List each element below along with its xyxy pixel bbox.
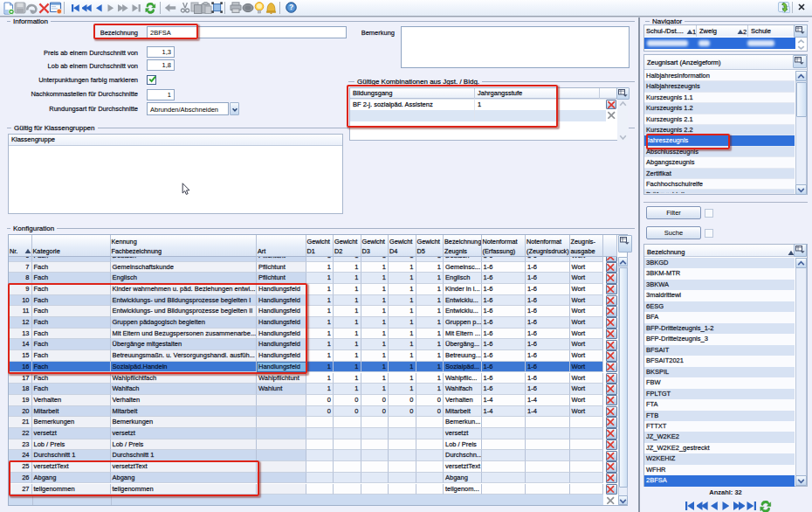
svg-text:?: ? [289, 3, 293, 11]
